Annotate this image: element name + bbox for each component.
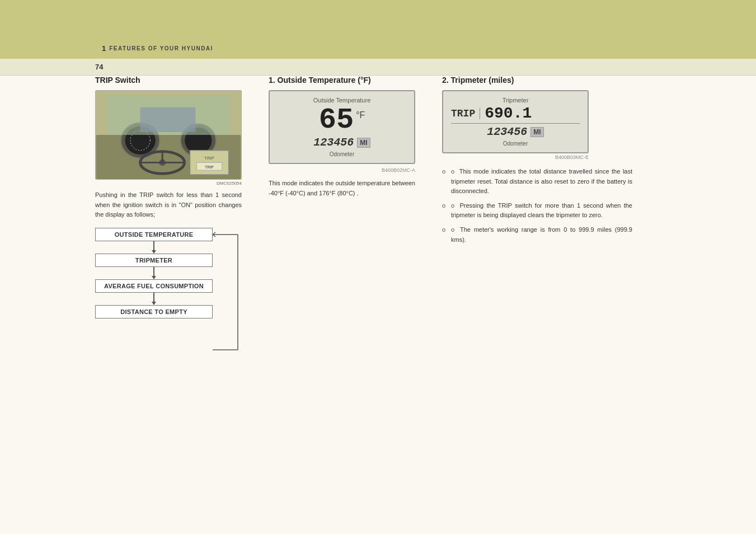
chapter-bar: 1 FEATURES OF YOUR HYUNDAI (95, 38, 756, 59)
flow-box-outside-temp: OUTSIDE TEMPERATURE (95, 228, 213, 241)
push-text: Pushing in the TRIP switch for less than… (95, 190, 242, 220)
tripmeter-display-box: Tripmeter TRIP 690.1 123456 MI Odometer (442, 90, 589, 153)
flow-box-avg-fuel: AVERAGE FUEL CONSUMPTION (95, 279, 213, 293)
temp-value: 65 (319, 106, 354, 135)
arrow-line-3 (153, 293, 154, 302)
chapter-title: FEATURES OF YOUR HYUNDAI (109, 45, 213, 51)
car-svg: TRIP TRIP (96, 91, 241, 179)
col2-outside-temp: 1. Outside Temperature (°F) Outside Temp… (269, 76, 425, 523)
bullet-item-0: o This mode indicates the total distance… (442, 167, 632, 196)
arrowhead-2 (152, 276, 156, 279)
col3-tripmeter: 2. Tripmeter (miles) Tripmeter TRIP 690.… (442, 76, 734, 523)
tripmeter-odo-row: 123456 MI (451, 125, 580, 138)
flow-box-tripmeter: TRIPMETER (95, 254, 213, 267)
svg-text:TRIP: TRIP (204, 156, 214, 161)
temp-reading-row: 65 °F (278, 106, 406, 135)
col2-desc: This mode indicates the outside temperat… (269, 179, 415, 198)
tripmeter-label-top: Tripmeter (451, 97, 580, 104)
arrow-line-1 (153, 241, 154, 250)
page-number-bar: 74 (0, 59, 756, 76)
arrowhead-3 (152, 302, 156, 305)
col3-title: 2. Tripmeter (miles) (442, 76, 734, 85)
bullet-item-1: o Pressing the TRIP switch for more than… (442, 201, 632, 221)
trip-word: TRIP (451, 108, 480, 119)
page-number: 74 (95, 63, 103, 71)
flow-arrow-1 (95, 241, 213, 250)
temp-display-box: Outside Temperature 65 °F 123456 MI Odom… (269, 90, 415, 164)
tripmeter-odo-label: Odometer (451, 140, 580, 147)
flow-arrow-3 (95, 293, 213, 302)
dmc-label: DMC025054 (95, 181, 242, 186)
col1-title: TRIP Switch (95, 76, 252, 85)
car-image: TRIP TRIP (95, 90, 242, 180)
odometer-row: 123456 MI (278, 136, 406, 149)
tripmeter-odo-value: 123456 (487, 125, 527, 138)
odo-unit: MI (357, 138, 370, 148)
col3-bullet-list: o This mode indicates the total distance… (442, 167, 632, 245)
page-wrapper: 1 FEATURES OF YOUR HYUNDAI 74 TRIP Switc… (0, 0, 756, 534)
col2-title: 1. Outside Temperature (°F) (269, 76, 425, 85)
svg-text:TRIP: TRIP (205, 165, 214, 169)
tripmeter-odo-unit: MI (530, 127, 543, 137)
arrow-line-2 (153, 267, 154, 276)
trip-reading: 690.1 (485, 106, 532, 121)
temp-unit: °F (356, 110, 365, 120)
odometer-label: Odometer (278, 151, 406, 157)
svg-rect-13 (140, 107, 196, 132)
chapter-number: 1 (102, 44, 106, 53)
flow-diagram: OUTSIDE TEMPERATURE TRIPMETER AV (95, 228, 241, 318)
odo-value: 123456 (313, 136, 354, 149)
bullet-item-2: o The meter's working range is from 0 to… (442, 225, 632, 245)
flow-arrow-2 (95, 267, 213, 276)
col1-trip-switch: TRIP Switch (95, 76, 252, 523)
outside-temp-label-top: Outside Temperature (278, 97, 406, 104)
col2-ref-label: B400B02MC-A (269, 167, 415, 173)
arrowhead-1 (152, 250, 156, 254)
trip-header: TRIP 690.1 (451, 106, 580, 124)
flow-bracket-svg (213, 228, 242, 357)
flow-box-distance-empty: DISTANCE TO EMPTY (95, 305, 213, 318)
main-content: TRIP Switch (95, 76, 734, 523)
col3-ref-label: B400B03MC-E (442, 154, 589, 160)
